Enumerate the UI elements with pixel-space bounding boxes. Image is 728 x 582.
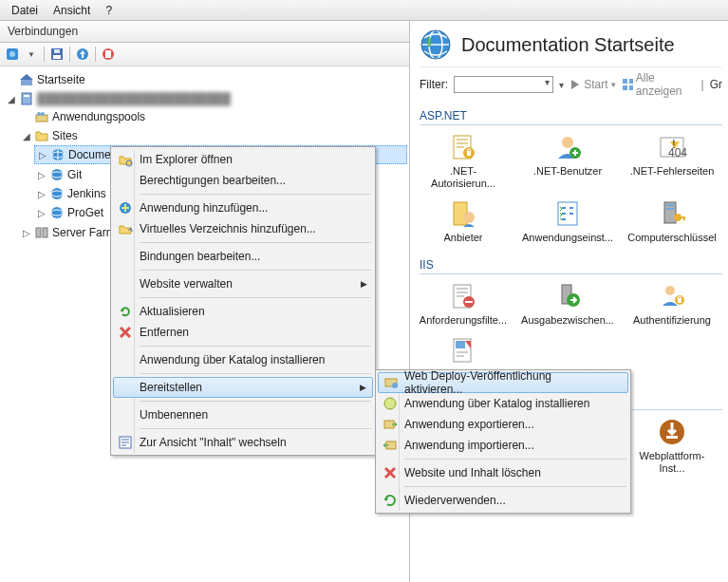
- svg-rect-62: [666, 436, 678, 439]
- page-header: Documentation Startseite: [420, 28, 722, 66]
- server-farm-icon: [34, 225, 49, 240]
- tree-app-pools[interactable]: Anwendungspools: [19, 108, 407, 125]
- feature-authentication[interactable]: Authentifizierung: [628, 280, 716, 327]
- svg-rect-8: [21, 79, 32, 85]
- svg-rect-3: [53, 55, 61, 59]
- req-filter-icon: [447, 280, 479, 312]
- svg-rect-47: [683, 216, 685, 220]
- tree-server[interactable]: ◢ ████████████████████████: [4, 90, 407, 107]
- svg-rect-30: [629, 85, 633, 90]
- feature-label: Anbieter: [444, 232, 483, 244]
- ctx-install-catalog[interactable]: Anwendung über Katalog installieren: [113, 349, 373, 370]
- filter-row: Filter: ▾ Start ▾ Alle anzeigen | Gr: [420, 66, 722, 103]
- sub-install-catalog[interactable]: Anwendung über Katalog installieren: [378, 393, 628, 414]
- globe-icon: [49, 167, 65, 182]
- sub-delete-site[interactable]: Website und Inhalt löschen: [378, 462, 628, 483]
- svg-point-34: [562, 137, 573, 148]
- save-icon[interactable]: [48, 46, 65, 63]
- ctx-open-explorer[interactable]: Im Explorer öffnen: [113, 149, 373, 170]
- filter-dropdown[interactable]: [454, 76, 553, 93]
- ctx-edit-permissions[interactable]: Berechtigungen bearbeiten...: [113, 170, 373, 191]
- sub-export-app[interactable]: Anwendung exportieren...: [378, 414, 628, 435]
- ctx-deploy[interactable]: Bereitstellen▶: [113, 377, 373, 398]
- svg-point-16: [51, 169, 63, 180]
- svg-rect-27: [623, 79, 627, 84]
- delete-icon: [382, 464, 399, 481]
- svg-point-20: [51, 207, 63, 218]
- svg-point-18: [51, 188, 63, 199]
- ctx-manage-site[interactable]: Website verwalten▶: [113, 273, 373, 294]
- ctx-content-view[interactable]: Zur Ansicht "Inhalt" wechseln: [113, 432, 373, 453]
- grid-icon: [622, 78, 633, 91]
- sub-import-app[interactable]: Anwendung importieren...: [378, 435, 628, 456]
- svg-point-13: [41, 112, 45, 116]
- up-icon[interactable]: [74, 46, 91, 63]
- svg-rect-55: [678, 298, 681, 303]
- ctx-refresh[interactable]: Aktualisieren: [113, 301, 373, 322]
- add-vdir-icon: [117, 220, 134, 237]
- feature-req-filter[interactable]: Anforderungsfilte...: [420, 280, 507, 327]
- sub-reuse[interactable]: Wiederverwenden...: [378, 490, 628, 511]
- feature-app-settings[interactable]: Anwendungseinst...: [524, 197, 611, 244]
- feature-machine-key[interactable]: Computerschlüssel: [628, 197, 716, 244]
- filter-start[interactable]: Start ▾: [569, 78, 615, 91]
- feature-output-cache[interactable]: Ausgabezwischen...: [524, 280, 611, 327]
- ctx-remove[interactable]: Entfernen: [113, 322, 373, 343]
- connect-icon[interactable]: [4, 46, 21, 63]
- svg-point-12: [37, 112, 41, 116]
- export-icon: [382, 416, 399, 433]
- ctx-edit-bindings[interactable]: Bindungen bearbeiten...: [113, 246, 373, 267]
- home-icon: [19, 72, 34, 87]
- refresh-icon: [117, 303, 134, 320]
- server-icon: [19, 91, 34, 106]
- tree-start[interactable]: Startseite: [4, 71, 407, 88]
- svg-point-53: [665, 286, 675, 295]
- add-app-icon: [117, 199, 134, 216]
- feature-providers[interactable]: Anbieter: [420, 197, 507, 244]
- content-view-icon: [117, 434, 134, 451]
- svg-rect-11: [36, 115, 47, 122]
- delete-icon[interactable]: [100, 46, 117, 63]
- svg-rect-23: [43, 228, 47, 237]
- feature-label: .NET-Fehlerseiten: [630, 165, 715, 178]
- menubar: Datei Ansicht ?: [0, 0, 728, 21]
- group-iis: IIS: [420, 256, 722, 274]
- svg-rect-29: [623, 85, 627, 90]
- net-users-icon: [551, 131, 584, 163]
- filter-label: Filter:: [420, 78, 448, 91]
- sub-enable-webdeploy[interactable]: Web Deploy-Veröffentlichung aktivieren..…: [378, 372, 628, 393]
- feature-net-errors[interactable]: !404.NET-Fehlerseiten: [628, 131, 716, 190]
- filter-show-all[interactable]: Alle anzeigen: [622, 71, 696, 98]
- feature-label: Anwendungseinst...: [522, 232, 613, 244]
- chevron-down-icon[interactable]: ▼: [23, 46, 40, 63]
- svg-rect-10: [24, 95, 29, 97]
- globe-icon: [50, 147, 65, 162]
- menu-file[interactable]: Datei: [4, 2, 46, 19]
- svg-text:404: 404: [668, 146, 687, 160]
- net-auth-icon: [447, 131, 479, 163]
- remove-icon: [117, 324, 134, 341]
- group-aspnet: ASP.NET: [420, 107, 722, 125]
- feature-label: Authentifizierung: [633, 314, 711, 327]
- svg-rect-43: [666, 204, 674, 206]
- webpi-icon: [656, 416, 688, 448]
- feature-webpi[interactable]: Webplattform-Inst...: [628, 416, 716, 475]
- ctx-add-vdir[interactable]: Virtuelles Verzeichnis hinzufügen...: [113, 218, 373, 239]
- net-errors-icon: !404: [656, 131, 688, 163]
- feature-label: Anforderungsfilte...: [420, 314, 507, 327]
- tree-sites[interactable]: ◢ Sites: [19, 127, 407, 144]
- feature-label: Computerschlüssel: [627, 232, 717, 244]
- svg-rect-7: [105, 50, 111, 58]
- connections-title: Verbindungen: [0, 21, 409, 43]
- feature-net-auth[interactable]: .NET-Autorisierun...: [420, 131, 507, 190]
- group-by[interactable]: Gr: [710, 78, 722, 91]
- globe-icon: [49, 186, 65, 201]
- ctx-rename[interactable]: Umbenennen: [113, 404, 373, 425]
- feature-net-users[interactable]: .NET-Benutzer: [524, 131, 611, 190]
- app-pools-icon: [34, 109, 49, 124]
- menu-help[interactable]: ?: [98, 2, 120, 19]
- ctx-add-app[interactable]: Anwendung hinzufügen...: [113, 197, 373, 218]
- page-title: Documentation Startseite: [461, 34, 675, 56]
- menu-view[interactable]: Ansicht: [46, 2, 98, 19]
- explorer-icon: [117, 151, 134, 168]
